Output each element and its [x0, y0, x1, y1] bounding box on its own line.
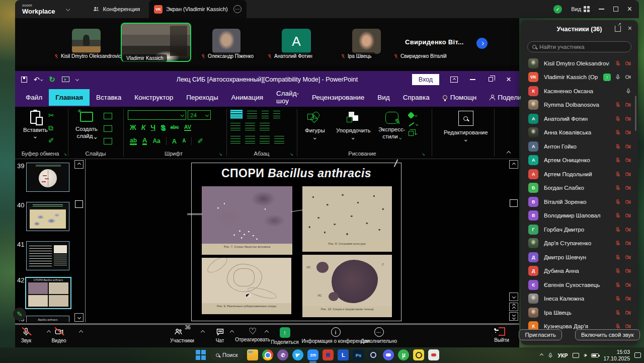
notification-center-icon[interactable]: [634, 352, 641, 358]
ppt-restore-button[interactable]: [489, 77, 493, 82]
slide-canvas[interactable]: СПОРИ Bacillus anthracis Рис. 7. Споры б…: [191, 163, 401, 321]
discord-icon[interactable]: [383, 349, 394, 360]
font-style-button[interactable]: S: [160, 124, 165, 131]
font-style-button[interactable]: abc: [170, 125, 179, 130]
copy-icon[interactable]: ⧉: [48, 124, 54, 131]
maximize-button[interactable]: [613, 7, 618, 12]
participant-row[interactable]: В Віталій Зоренко ↑: [521, 195, 638, 209]
participant-row[interactable]: VK Vladimir Kassich (Организатор) ↑: [521, 70, 638, 85]
align-center-button[interactable]: [245, 136, 255, 143]
slide-thumbnail-43[interactable]: Bacillus anthracis: [26, 316, 69, 322]
participant-row[interactable]: Дар'я Ступаченко ↑: [521, 237, 638, 251]
popout-icon[interactable]: [615, 26, 621, 32]
tray-expand-chevron[interactable]: [540, 353, 543, 357]
dialog-launcher-icon[interactable]: ↘: [219, 152, 222, 157]
slide-thumbnail-41[interactable]: [26, 241, 69, 270]
thumbnails-scroll-up-button[interactable]: [74, 160, 84, 169]
decrease-indent-button[interactable]: [230, 123, 240, 130]
ribbon-tab[interactable]: Справка: [396, 89, 436, 106]
photoshop-icon[interactable]: Ps: [353, 349, 364, 360]
slide-image-fig8[interactable]: Рис. 8. Споровая культура:: [302, 186, 392, 252]
line-spacing-button[interactable]: [262, 111, 269, 118]
security-shield-icon[interactable]: ✓: [553, 5, 562, 14]
cut-icon[interactable]: ✂: [48, 112, 54, 119]
utorrent-icon[interactable]: µ: [398, 349, 409, 360]
shape-outline-button[interactable]: [409, 123, 418, 125]
thumbnails-scroll-down-button[interactable]: [74, 313, 84, 322]
video-tile-ira[interactable]: [352, 29, 381, 54]
tray-mic-icon[interactable]: [547, 352, 553, 358]
ribbon-tab[interactable]: Главная: [49, 89, 90, 106]
video-tile-kisil[interactable]: [72, 29, 101, 54]
ribbon-tab[interactable]: Помощн: [436, 89, 484, 106]
format-painter-icon[interactable]: ✐: [48, 137, 54, 144]
tab-menu-icon[interactable]: ⋯: [233, 5, 242, 13]
numbering-button[interactable]: [247, 111, 257, 118]
slide-image-fig10[interactable]: ПС С ПС Рис. 10. Спора и прорастание тел…: [302, 255, 392, 317]
font-style-button[interactable]: AV: [184, 124, 191, 131]
participant-row[interactable]: А Антон Гойко ↑: [521, 139, 638, 154]
previous-slide-button[interactable]: [509, 303, 518, 311]
dialog-launcher-icon[interactable]: ↘: [290, 152, 293, 157]
view-button[interactable]: Вид: [571, 6, 589, 12]
ribbon-tab[interactable]: Вид: [371, 89, 396, 106]
text-direction-button[interactable]: [273, 111, 280, 118]
customize-qat-icon[interactable]: [75, 78, 79, 81]
dialog-launcher-icon[interactable]: ↘: [422, 152, 425, 157]
ribbon-tab[interactable]: Рецензирование: [305, 89, 371, 106]
participant-row[interactable]: А Анатолий Фотин ↑: [521, 112, 638, 126]
dialog-launcher-icon[interactable]: ↘: [63, 152, 67, 157]
next-slide-button[interactable]: [509, 312, 518, 321]
start-slideshow-icon[interactable]: [62, 77, 69, 82]
ppt-close-button[interactable]: ×: [506, 75, 511, 84]
shape-fill-button[interactable]: [409, 113, 418, 118]
red-app-icon[interactable]: [323, 349, 334, 360]
tray-display-icon[interactable]: [573, 353, 579, 358]
zoom-app-icon-active[interactable]: zm: [307, 349, 318, 360]
font-name-combo[interactable]: [128, 110, 186, 120]
slide-image-fig7[interactable]: Рис. 7. Споры бациллы антракса: [202, 186, 292, 255]
slide-thumbnail-42-selected[interactable]: СПОРИ Bacillus anthracis: [25, 277, 71, 309]
video-tile-pizhenko[interactable]: [212, 29, 240, 54]
participant-row[interactable]: Д Дубина Анна ↑: [521, 264, 638, 278]
align-left-button[interactable]: [230, 136, 240, 143]
font-style-button[interactable]: К: [141, 124, 146, 131]
editing-button[interactable]: Редактирование: [444, 111, 488, 141]
participant-row[interactable]: В Володимир Шаповал ↑: [521, 209, 638, 223]
ribbon-tab[interactable]: Анимация: [225, 89, 270, 106]
reset-slide-icon[interactable]: [104, 125, 112, 132]
ribbon-tab[interactable]: Вставка: [90, 89, 128, 106]
font-size-combo[interactable]: 24: [188, 110, 211, 120]
minimize-button[interactable]: [599, 9, 604, 10]
new-slide-button[interactable]: Создатьслайд: [75, 112, 98, 140]
undo-icon[interactable]: ↶: [34, 76, 42, 84]
participant-row[interactable]: Анна Ковалівська ↑: [521, 126, 638, 140]
slide-layout-icon[interactable]: [104, 113, 112, 119]
participant-row[interactable]: Інеса Калюжна ↑: [521, 292, 638, 306]
slide-thumbnail-39[interactable]: [26, 163, 69, 192]
quick-styles-button[interactable]: Экспресс-стили: [378, 112, 406, 140]
taskbar-search[interactable]: Поиск: [210, 349, 243, 360]
paste-button[interactable]: Вставить: [23, 111, 48, 138]
ppt-minimize-button[interactable]: [470, 79, 475, 80]
arrange-button[interactable]: Упорядочить: [336, 112, 370, 139]
unmute-button[interactable]: Включить свой звук: [575, 329, 639, 340]
redo-icon[interactable]: ↻: [49, 75, 55, 84]
file-explorer-icon[interactable]: [247, 349, 258, 360]
slide-scrollbar-thumb[interactable]: [510, 199, 518, 207]
panel-scrollbar[interactable]: [635, 96, 636, 131]
bullets-button-selected[interactable]: [230, 110, 243, 119]
shrink-font-button[interactable]: А: [182, 138, 186, 143]
gamepad-app-icon[interactable]: [428, 349, 439, 360]
viber-icon[interactable]: ✆: [277, 349, 288, 360]
sign-in-button[interactable]: Вход: [412, 74, 439, 85]
increase-indent-button[interactable]: [245, 123, 255, 130]
save-icon[interactable]: [21, 77, 27, 83]
language-indicator[interactable]: УКР: [558, 352, 568, 358]
section-icon[interactable]: [104, 138, 112, 144]
more-button[interactable]: ⋯ Дополнительно: [349, 327, 409, 344]
highlight-color-button[interactable]: ab: [130, 137, 137, 145]
font-style-button[interactable]: Ч: [150, 124, 155, 131]
tray-battery-icon[interactable]: [591, 353, 599, 357]
chrome-icon[interactable]: [262, 349, 273, 360]
